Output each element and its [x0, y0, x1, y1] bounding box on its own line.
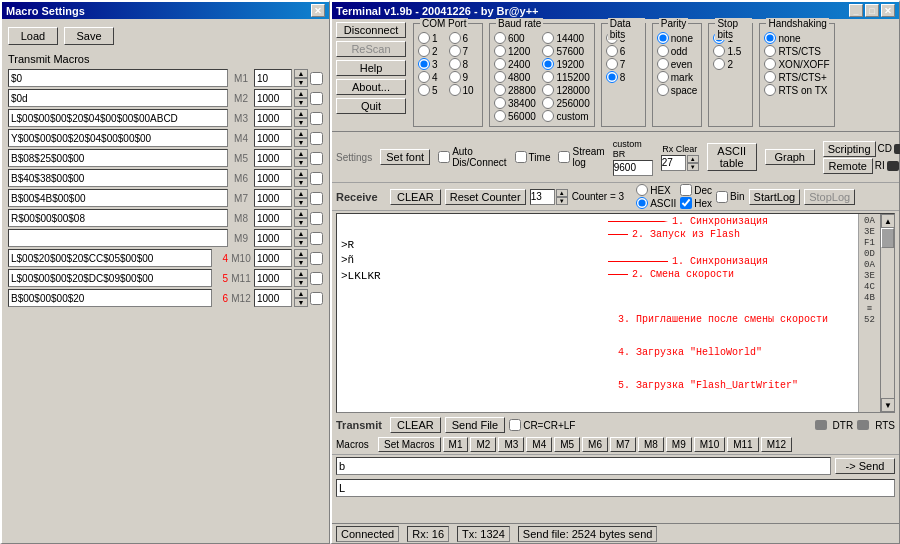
set-macros-button[interactable]: Set Macros: [378, 437, 441, 452]
macro-check-7[interactable]: [310, 192, 323, 205]
macro-input-11[interactable]: [8, 269, 212, 287]
macro-input-5[interactable]: [8, 149, 228, 167]
macro-spin-down-12[interactable]: ▼: [294, 298, 308, 307]
macro-delay-10[interactable]: [254, 249, 292, 267]
macro-spin-down-1[interactable]: ▼: [294, 78, 308, 87]
macro-m8-btn[interactable]: M8: [638, 437, 664, 452]
macro-input-8[interactable]: [8, 209, 228, 227]
macro-check-10[interactable]: [310, 252, 323, 265]
baud-38400-radio[interactable]: [494, 97, 506, 109]
macro-spin-down-3[interactable]: ▼: [294, 118, 308, 127]
macro-delay-9[interactable]: [254, 229, 292, 247]
par-mark-radio[interactable]: [657, 71, 669, 83]
macro-input-3[interactable]: [8, 109, 228, 127]
macro-input-1[interactable]: [8, 69, 228, 87]
macro-check-5[interactable]: [310, 152, 323, 165]
transmit-clear-button[interactable]: CLEAR: [390, 417, 441, 433]
com-3-radio[interactable]: [418, 58, 430, 70]
macro-spin-up-4[interactable]: ▲: [294, 129, 308, 138]
macro-input-6[interactable]: [8, 169, 228, 187]
terminal-maximize-btn[interactable]: □: [865, 4, 879, 17]
macro-check-8[interactable]: [310, 212, 323, 225]
macro-m5-btn[interactable]: M5: [554, 437, 580, 452]
macro-input-10[interactable]: [8, 249, 212, 267]
macro-delay-3[interactable]: [254, 109, 292, 127]
save-button[interactable]: Save: [64, 27, 114, 45]
hex-radio[interactable]: [636, 184, 648, 196]
macro-spin-up-12[interactable]: ▲: [294, 289, 308, 298]
rescan-button[interactable]: ReScan: [336, 41, 406, 57]
macro-check-6[interactable]: [310, 172, 323, 185]
par-space-radio[interactable]: [657, 84, 669, 96]
macro-check-3[interactable]: [310, 112, 323, 125]
macro-m12-btn[interactable]: M12: [761, 437, 792, 452]
com-7-radio[interactable]: [449, 45, 461, 57]
counter-spin-up[interactable]: ▲: [556, 189, 568, 197]
macro-spin-up-2[interactable]: ▲: [294, 89, 308, 98]
macro-spin-up-7[interactable]: ▲: [294, 189, 308, 198]
baud-4800-radio[interactable]: [494, 71, 506, 83]
reset-counter-button[interactable]: Reset Counter: [445, 189, 526, 205]
macro-check-12[interactable]: [310, 292, 323, 305]
receive-scrollbar[interactable]: ▲ ▼: [880, 214, 894, 412]
load-button[interactable]: Load: [8, 27, 58, 45]
baud-custom-radio[interactable]: [542, 110, 554, 122]
com-4-radio[interactable]: [418, 71, 430, 83]
macro-spin-down-10[interactable]: ▼: [294, 258, 308, 267]
macro-m11-btn[interactable]: M11: [727, 437, 758, 452]
sb-2-radio[interactable]: [713, 58, 725, 70]
ascii-table-button[interactable]: ASCII table: [707, 143, 757, 171]
rx-clear-spin-up[interactable]: ▲: [687, 155, 699, 163]
scripting-button[interactable]: Scripting: [823, 141, 876, 157]
macro-spin-down-5[interactable]: ▼: [294, 158, 308, 167]
macro-m10-btn[interactable]: M10: [694, 437, 725, 452]
stop-log-button[interactable]: StopLog: [804, 189, 855, 205]
macro-m4-btn[interactable]: M4: [526, 437, 552, 452]
sb-15-radio[interactable]: [713, 45, 725, 57]
receive-clear-button[interactable]: CLEAR: [390, 189, 441, 205]
macro-spin-up-6[interactable]: ▲: [294, 169, 308, 178]
baud-2400-radio[interactable]: [494, 58, 506, 70]
baud-115200-radio[interactable]: [542, 71, 554, 83]
counter-spin-input[interactable]: [530, 189, 555, 205]
baud-56000-radio[interactable]: [494, 110, 506, 122]
macro-spin-down-2[interactable]: ▼: [294, 98, 308, 107]
macro-close-btn[interactable]: ✕: [311, 4, 325, 17]
transmit-input-2[interactable]: [336, 479, 895, 497]
macro-spin-up-1[interactable]: ▲: [294, 69, 308, 78]
send-button[interactable]: -> Send: [835, 458, 895, 474]
baud-28800-radio[interactable]: [494, 84, 506, 96]
macro-delay-2[interactable]: [254, 89, 292, 107]
par-none-radio[interactable]: [657, 32, 669, 44]
remote-button[interactable]: Remote: [823, 158, 873, 174]
hs-rtson-radio[interactable]: [764, 84, 776, 96]
baud-256000-radio[interactable]: [542, 97, 554, 109]
bin-check[interactable]: [716, 191, 728, 203]
macro-input-9[interactable]: [8, 229, 228, 247]
macro-m9-btn[interactable]: M9: [666, 437, 692, 452]
ascii-radio[interactable]: [636, 197, 648, 209]
macro-m2-btn[interactable]: M2: [470, 437, 496, 452]
hs-xon-radio[interactable]: [764, 58, 776, 70]
macro-m6-btn[interactable]: M6: [582, 437, 608, 452]
macro-spin-down-7[interactable]: ▼: [294, 198, 308, 207]
time-check[interactable]: [515, 151, 527, 163]
stream-log-check[interactable]: [558, 151, 570, 163]
set-font-button[interactable]: Set font: [380, 149, 430, 165]
baud-600-radio[interactable]: [494, 32, 506, 44]
quit-button[interactable]: Quit: [336, 98, 406, 114]
dec-check[interactable]: [680, 184, 692, 196]
macro-check-1[interactable]: [310, 72, 323, 85]
disconnect-button[interactable]: Disconnect: [336, 22, 406, 38]
macro-check-11[interactable]: [310, 272, 323, 285]
macro-m3-btn[interactable]: M3: [498, 437, 524, 452]
scroll-thumb[interactable]: [881, 228, 894, 248]
rx-clear-spin-down[interactable]: ▼: [687, 163, 699, 171]
macro-delay-12[interactable]: [254, 289, 292, 307]
macro-input-4[interactable]: [8, 129, 228, 147]
db-8-radio[interactable]: [606, 71, 618, 83]
scroll-down-arrow[interactable]: ▼: [881, 398, 895, 412]
macro-delay-5[interactable]: [254, 149, 292, 167]
baud-57600-radio[interactable]: [542, 45, 554, 57]
macro-spin-up-9[interactable]: ▲: [294, 229, 308, 238]
